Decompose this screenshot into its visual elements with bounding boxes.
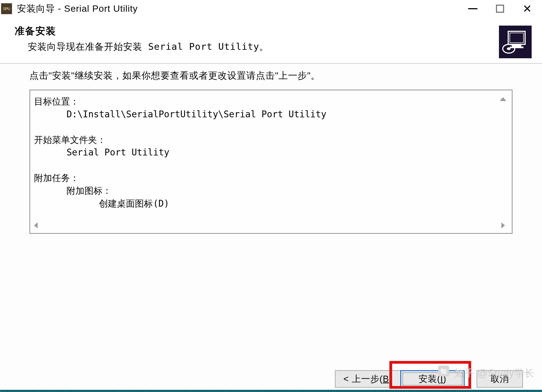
svg-point-5 [507,47,511,50]
summary-box[interactable]: 目标位置： D:\Install\SerialPortUtility\Seria… [29,90,513,234]
additional-icons-label: 附加图标： [66,185,111,196]
header-text: 准备安装 安装向导现在准备开始安装 Serial Port Utility。 [15,24,499,53]
button-area: < 上一步(B) 安装(I) 取消 [0,357,542,392]
minimize-button[interactable] [459,0,486,17]
back-button-prefix: < 上一步( [343,373,383,385]
install-button-hotkey: I [440,374,443,384]
cancel-button-label: 取消 [490,373,509,385]
target-location-label: 目标位置： [34,96,79,107]
back-button[interactable]: < 上一步(B) [335,370,400,388]
window-title: 安装向导 - Serial Port Utility [17,2,459,15]
app-icon: SPU [1,3,12,14]
scroll-right-icon[interactable] [501,222,508,229]
create-desktop-icon: 创建桌面图标(D) [99,198,169,209]
body-area: 点击"安装"继续安装，如果你想要查看或者更改设置请点击"上一步"。 目标位置： … [0,64,542,357]
scroll-up-icon[interactable] [498,94,508,104]
bottom-border [0,390,542,392]
close-button[interactable]: ✕ [514,0,541,17]
target-location-value: D:\Install\SerialPortUtility\Serial Port… [66,109,326,120]
svg-rect-1 [510,33,523,43]
maximize-icon [496,5,504,13]
installer-icon [499,26,532,58]
install-button-prefix: 安装( [419,373,440,385]
install-button[interactable]: 安装(I) [400,370,465,388]
additional-tasks-label: 附加任务： [34,173,79,183]
page-title: 准备安装 [15,24,499,38]
computer-disc-icon [502,30,529,54]
start-menu-label: 开始菜单文件夹： [34,134,106,145]
app-icon-text: SPU [3,7,10,11]
close-icon: ✕ [523,2,532,15]
titlebar: SPU 安装向导 - Serial Port Utility ✕ [0,0,542,17]
window-controls: ✕ [459,0,541,17]
instruction-text: 点击"安装"继续安装，如果你想要查看或者更改设置请点击"上一步"。 [29,69,513,82]
svg-rect-0 [508,31,525,44]
horizontal-scrollbar[interactable] [34,222,508,230]
page-subtitle: 安装向导现在准备开始安装 Serial Port Utility。 [15,41,499,53]
header-area: 准备安装 安装向导现在准备开始安装 Serial Port Utility。 [0,17,542,63]
cancel-button[interactable]: 取消 [477,370,523,388]
install-button-suffix: ) [443,374,446,384]
minimize-icon [468,8,477,9]
scroll-left-icon[interactable] [34,222,41,229]
summary-content: 目标位置： D:\Install\SerialPortUtility\Seria… [34,95,512,210]
back-button-suffix: ) [389,374,392,384]
back-button-hotkey: B [383,374,389,384]
installer-window: SPU 安装向导 - Serial Port Utility ✕ 准备安装 安装… [0,0,542,392]
start-menu-value: Serial Port Utility [66,147,169,158]
maximize-button[interactable] [486,0,514,17]
svg-rect-3 [510,47,523,48]
